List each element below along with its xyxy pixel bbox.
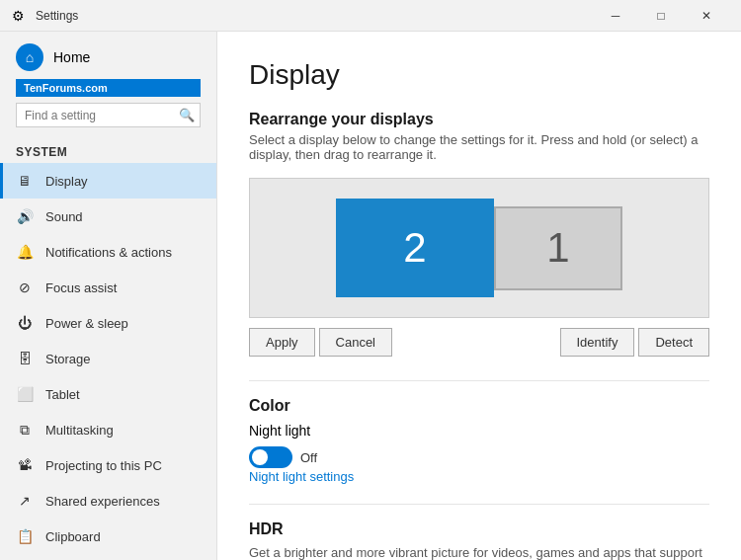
sidebar-item-label: Notifications & actions: [45, 245, 172, 260]
notifications-icon: 🔔: [16, 243, 34, 261]
sidebar-item-clipboard[interactable]: 📋 Clipboard: [0, 519, 216, 554]
sidebar-item-label: Power & sleep: [45, 316, 128, 331]
sidebar-item-sound[interactable]: 🔊 Sound: [0, 199, 216, 234]
rearrange-section: Rearrange your displays Select a display…: [249, 111, 709, 357]
projecting-icon: 📽: [16, 456, 34, 474]
rearrange-title: Rearrange your displays: [249, 111, 709, 128]
sidebar-item-focus[interactable]: ⊘ Focus assist: [0, 270, 216, 305]
divider-2: [249, 504, 709, 505]
sidebar-item-display[interactable]: 🖥 Display: [0, 163, 216, 199]
tenforums-logo: TenForums.com: [16, 79, 201, 97]
night-light-label: Night light: [249, 423, 310, 439]
sidebar: ⌂ Home TenForums.com 🔍 System 🖥 Display …: [0, 32, 217, 560]
sidebar-item-label: Projecting to this PC: [45, 458, 162, 473]
sidebar-item-label: Focus assist: [45, 280, 117, 295]
sidebar-item-multitasking[interactable]: ⧉ Multitasking: [0, 412, 216, 447]
sidebar-item-label: Tablet: [45, 387, 80, 402]
hdr-title: HDR: [249, 520, 709, 538]
color-section: Color Night light Off Night light settin…: [249, 397, 709, 484]
toggle-container: Off: [249, 446, 709, 468]
sidebar-home[interactable]: ⌂ Home: [0, 32, 216, 79]
toggle-off-label: Off: [300, 450, 317, 465]
detect-button[interactable]: Detect: [638, 328, 709, 357]
titlebar-controls: ─ □ ✕: [593, 0, 729, 32]
sidebar-section-label: System: [0, 137, 216, 163]
sidebar-item-power[interactable]: ⏻ Power & sleep: [0, 305, 216, 341]
display-icon: 🖥: [16, 172, 34, 190]
display-arrangement-area: 2 1: [249, 178, 709, 318]
search-icon: 🔍: [179, 108, 195, 122]
main-content: Display Rearrange your displays Select a…: [217, 32, 741, 560]
settings-icon: ⚙: [12, 8, 28, 24]
cancel-button[interactable]: Cancel: [319, 328, 392, 357]
app-container: ⌂ Home TenForums.com 🔍 System 🖥 Display …: [0, 32, 741, 560]
multitasking-icon: ⧉: [16, 421, 34, 439]
sidebar-item-label: Display: [45, 174, 88, 189]
focus-icon: ⊘: [16, 279, 34, 296]
power-icon: ⏻: [16, 314, 34, 332]
tablet-icon: ⬜: [16, 385, 34, 403]
divider-1: [249, 380, 709, 381]
monitor-2[interactable]: 2: [336, 199, 494, 297]
search-input[interactable]: [25, 109, 173, 122]
hdr-section: HDR Get a brighter and more vibrant pict…: [249, 520, 709, 560]
rearrange-desc: Select a display below to change the set…: [249, 132, 709, 162]
toggle-knob: [252, 449, 268, 465]
apply-button[interactable]: Apply: [249, 328, 315, 357]
night-light-row: Night light: [249, 423, 709, 439]
sidebar-item-tablet[interactable]: ⬜ Tablet: [0, 376, 216, 412]
shared-icon: ↗: [16, 492, 34, 510]
sidebar-item-label: Multitasking: [45, 423, 114, 438]
sidebar-item-storage[interactable]: 🗄 Storage: [0, 341, 216, 376]
close-button[interactable]: ✕: [684, 0, 729, 32]
sidebar-item-remote[interactable]: 🖥 Remote Desktop: [0, 554, 216, 560]
sidebar-item-label: Clipboard: [45, 529, 101, 544]
monitor-1[interactable]: 1: [494, 206, 622, 290]
btn-group-right: Identify Detect: [560, 328, 710, 357]
sidebar-item-projecting[interactable]: 📽 Projecting to this PC: [0, 447, 216, 483]
sidebar-item-label: Storage: [45, 352, 91, 366]
titlebar-title: Settings: [36, 9, 593, 23]
maximize-button[interactable]: □: [638, 0, 684, 32]
minimize-button[interactable]: ─: [593, 0, 638, 32]
sidebar-item-label: Sound: [45, 209, 83, 224]
night-light-toggle[interactable]: [249, 446, 292, 468]
home-icon: ⌂: [16, 43, 43, 71]
storage-icon: 🗄: [16, 350, 34, 367]
search-box[interactable]: 🔍: [16, 103, 201, 127]
sidebar-item-shared[interactable]: ↗ Shared experiences: [0, 483, 216, 519]
hdr-desc: Get a brighter and more vibrant picture …: [249, 544, 709, 560]
titlebar: ⚙ Settings ─ □ ✕: [0, 0, 741, 32]
color-title: Color: [249, 397, 709, 415]
sidebar-item-label: Shared experiences: [45, 494, 160, 509]
page-title: Display: [249, 59, 709, 91]
sidebar-item-notifications[interactable]: 🔔 Notifications & actions: [0, 234, 216, 270]
sound-icon: 🔊: [16, 207, 34, 225]
clipboard-icon: 📋: [16, 527, 34, 545]
night-light-settings-link[interactable]: Night light settings: [249, 469, 354, 484]
identify-button[interactable]: Identify: [560, 328, 635, 357]
home-label: Home: [53, 49, 90, 65]
display-buttons-row: Apply Cancel Identify Detect: [249, 328, 709, 357]
